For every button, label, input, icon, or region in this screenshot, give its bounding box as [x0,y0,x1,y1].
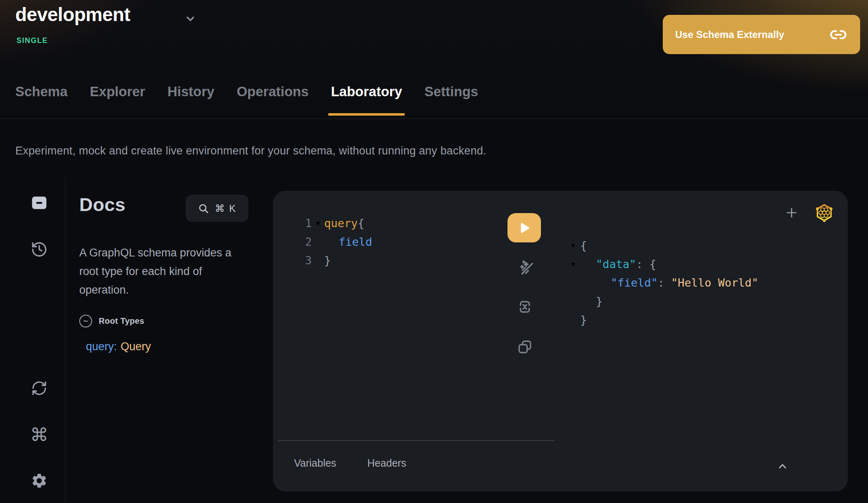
editor-bottom-bar: Variables Headers [294,454,406,472]
page-subtitle: Experiment, mock and create live environ… [15,145,486,157]
tab-history[interactable]: History [167,83,214,101]
project-type-badge: SINGLE [17,36,48,45]
response-viewer: ▾ { ▾ "data":{ "field":"Hello World" } [567,236,758,329]
reload-schema-sidebar-button[interactable] [28,377,51,400]
root-type-colon: : [114,340,117,353]
response-line-3: "field":"Hello World" [567,273,758,292]
keyboard-shortcuts-sidebar-button[interactable]: ⌘ [28,423,51,446]
fold-triangle-icon[interactable]: ▾ [571,259,575,269]
root-type-field-name: query [86,340,114,353]
token-data-key: "data" [596,258,636,270]
command-key-icon: ⌘ [30,426,48,444]
root-types-label: Root Types [99,316,144,326]
history-clock-icon [31,241,48,258]
docs-panel-title: Docs [79,194,126,216]
laboratory-page: development SINGLE Use Schema Externally… [0,0,868,503]
add-operation-tab-button[interactable] [783,204,801,222]
headers-tab[interactable]: Headers [367,457,406,469]
tab-operations[interactable]: Operations [237,83,308,101]
hive-hexagon-logo-icon [814,203,834,223]
root-types-icon: ~ [79,315,92,327]
tab-explorer[interactable]: Explorer [90,83,145,101]
docs-sidebar-button[interactable] [28,191,51,214]
response-line-4: } [567,292,758,311]
token-string-value: "Hello World" [671,276,758,289]
docs-book-icon [30,194,48,212]
tab-settings[interactable]: Settings [425,83,478,101]
prettify-query-button[interactable] [513,256,536,279]
root-type-type-name: Query [121,340,151,353]
use-schema-externally-button[interactable]: Use Schema Externally [663,15,860,54]
editor-line-1: 1 ▾ query{ [302,214,372,233]
use-schema-externally-label: Use Schema Externally [675,29,784,40]
token-colon: : [658,276,664,289]
editor-line-2: 2 field [302,233,372,251]
operation-panel: 1 ▾ query{ 2 field 3 } [273,191,848,491]
settings-sidebar-button[interactable] [28,469,51,492]
laboratory-sidebar: ⌘ [0,178,65,503]
docs-description: A GraphQL schema provides a root type fo… [79,244,247,299]
tab-schema[interactable]: Schema [15,83,68,101]
merge-icon [515,297,534,316]
search-shortcut-label: ⌘ K [215,203,237,214]
laboratory-content: ⌘ Docs ⌘ K A GraphQL schema provides a r… [0,178,868,503]
copy-query-button[interactable] [513,335,536,358]
line-number: 2 [302,235,312,248]
refresh-icon [31,380,48,397]
plus-icon [784,205,799,220]
prettify-broom-icon [515,257,535,278]
page-header: development SINGLE Use Schema Externally… [0,0,868,119]
tab-laboratory[interactable]: Laboratory [331,83,402,101]
search-icon [197,202,210,215]
play-icon [518,222,531,234]
variables-tab[interactable]: Variables [294,457,336,469]
token-colon: : [636,258,643,270]
project-switcher-chevron-down-icon[interactable] [183,12,197,26]
token-close-brace: } [596,295,602,308]
editor-footer-divider [277,440,555,441]
token-field: field [339,235,372,248]
merge-fragments-button[interactable] [513,295,536,318]
root-types-section: ~ Root Types [79,315,144,327]
token-open-brace: { [358,217,364,230]
chevron-up-icon [776,459,790,473]
line-number: 3 [302,254,312,267]
project-tabs: Schema Explorer History Operations Labor… [15,83,478,101]
response-line-1: ▾ { [567,236,758,255]
fold-triangle-icon[interactable]: ▾ [316,218,320,228]
response-line-2: ▾ "data":{ [567,255,758,273]
gear-icon [31,472,48,489]
execute-query-button[interactable] [508,213,541,242]
token-open-brace: { [650,258,656,270]
token-close-brace: } [580,313,587,326]
token-open-brace: { [580,239,587,252]
collapse-bottom-panel-button[interactable] [773,457,792,475]
token-field-key: "field" [611,276,658,289]
project-name: development [15,3,130,26]
copy-icon [516,338,534,356]
history-sidebar-button[interactable] [28,238,51,261]
token-query-keyword: query [324,217,358,230]
token-close-brace: } [324,254,331,267]
root-type-query-link[interactable]: query:Query [86,340,151,353]
response-line-5: } [567,311,758,329]
line-number: 1 [302,217,312,230]
query-editor[interactable]: 1 ▾ query{ 2 field 3 } [302,214,372,270]
docs-search-button[interactable]: ⌘ K [186,195,248,222]
editor-line-3: 3 } [302,251,372,270]
link-icon [830,26,847,43]
graphql-hive-logo[interactable] [814,203,834,223]
fold-triangle-icon[interactable]: ▾ [571,241,575,250]
